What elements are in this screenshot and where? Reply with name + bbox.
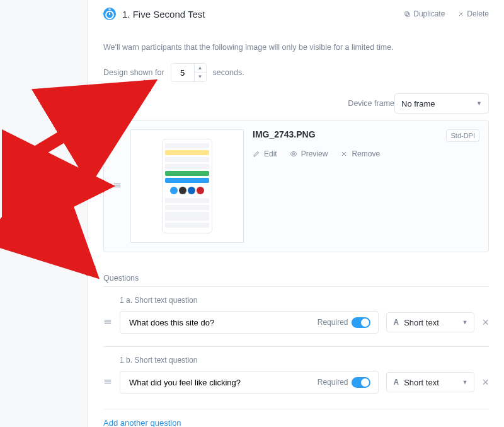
duplicate-button[interactable]: Duplicate <box>404 9 445 18</box>
question-input[interactable] <box>128 377 318 388</box>
device-frame-value: No frame <box>401 99 435 108</box>
duplicate-label: Duplicate <box>413 9 445 18</box>
required-label: Required <box>318 318 348 327</box>
questions-heading: Questions <box>103 274 489 283</box>
remove-design-button[interactable]: Remove <box>340 149 380 158</box>
delete-question-button[interactable]: × <box>482 376 489 389</box>
question-input-wrapper: Required <box>120 371 379 394</box>
chevron-down-icon: ▼ <box>462 319 468 325</box>
question-sublabel: 1 b. Short text question <box>120 356 489 365</box>
intro-text: We'll warn participants that the followi… <box>103 43 489 52</box>
question-type-value: Short text <box>404 378 439 387</box>
duration-suffix: seconds. <box>213 68 244 77</box>
duration-stepper[interactable]: ▲ ▼ <box>171 63 207 82</box>
device-frame-select[interactable]: No frame ▼ <box>394 93 489 114</box>
question-type-select[interactable]: A Short text ▼ <box>386 372 474 392</box>
device-frame-label: Device frame <box>348 99 394 108</box>
section-header: 1. Five Second Test Duplicate Delete <box>103 4 489 26</box>
delete-label: Delete <box>467 9 489 18</box>
text-type-icon: A <box>393 378 399 387</box>
duplicate-icon <box>404 11 411 18</box>
duration-row: Design shown for ▲ ▼ seconds. <box>103 63 489 82</box>
chevron-down-icon: ▼ <box>476 100 482 107</box>
duration-prefix: Design shown for <box>103 68 164 77</box>
test-section: 1. Five Second Test Duplicate Delete We'… <box>88 0 504 427</box>
design-preview-image <box>162 139 212 233</box>
section-name: Five Second Test <box>133 9 205 20</box>
text-type-icon: A <box>393 318 399 327</box>
design-thumbnail[interactable] <box>130 129 244 243</box>
stopwatch-icon <box>103 8 116 20</box>
section-title: 1. Five Second Test <box>122 9 205 20</box>
svg-rect-1 <box>406 13 410 16</box>
delete-button[interactable]: Delete <box>457 9 489 18</box>
required-toggle[interactable] <box>352 317 370 328</box>
add-question-button[interactable]: Add another question <box>103 409 489 427</box>
sidebar-gutter <box>0 0 88 427</box>
pencil-icon <box>253 150 260 158</box>
question-type-select[interactable]: A Short text ▼ <box>386 312 474 332</box>
edit-label: Edit <box>264 149 277 158</box>
svg-point-3 <box>292 153 294 155</box>
preview-label: Preview <box>301 149 328 158</box>
question-input[interactable] <box>128 317 318 328</box>
question-block: 1 b. Short text question Required A Shor… <box>103 346 489 406</box>
preview-design-button[interactable]: Preview <box>290 149 328 158</box>
duration-down-button[interactable]: ▼ <box>195 73 206 81</box>
required-label: Required <box>318 378 348 387</box>
question-type-value: Short text <box>404 318 439 327</box>
question-input-wrapper: Required <box>120 311 379 334</box>
duration-up-button[interactable]: ▲ <box>195 64 206 73</box>
drag-handle-icon[interactable] <box>103 377 112 388</box>
eye-icon <box>290 150 297 158</box>
question-block: 1 a. Short text question Required A Shor… <box>103 286 489 346</box>
required-toggle[interactable] <box>352 377 370 388</box>
design-card: IMG_2743.PNG Std-DPI Edit Preview <box>103 120 489 252</box>
dpi-toggle[interactable]: Std-DPI <box>446 129 479 142</box>
svg-rect-2 <box>405 11 409 15</box>
design-label: Design <box>103 99 128 108</box>
close-icon <box>340 150 348 158</box>
chevron-down-icon: ▼ <box>462 379 468 385</box>
duration-input[interactable] <box>171 64 194 81</box>
section-number: 1. <box>122 9 130 20</box>
delete-question-button[interactable]: × <box>482 316 489 329</box>
remove-label: Remove <box>352 149 380 158</box>
edit-design-button[interactable]: Edit <box>253 149 277 158</box>
drag-handle-icon[interactable] <box>113 181 122 192</box>
drag-handle-icon[interactable] <box>103 317 112 328</box>
design-file-name: IMG_2743.PNG <box>253 129 316 139</box>
delete-icon <box>457 11 464 18</box>
question-sublabel: 1 a. Short text question <box>120 296 489 305</box>
design-settings-row: Design Device frame No frame ▼ <box>103 93 489 114</box>
svg-point-0 <box>106 11 113 19</box>
